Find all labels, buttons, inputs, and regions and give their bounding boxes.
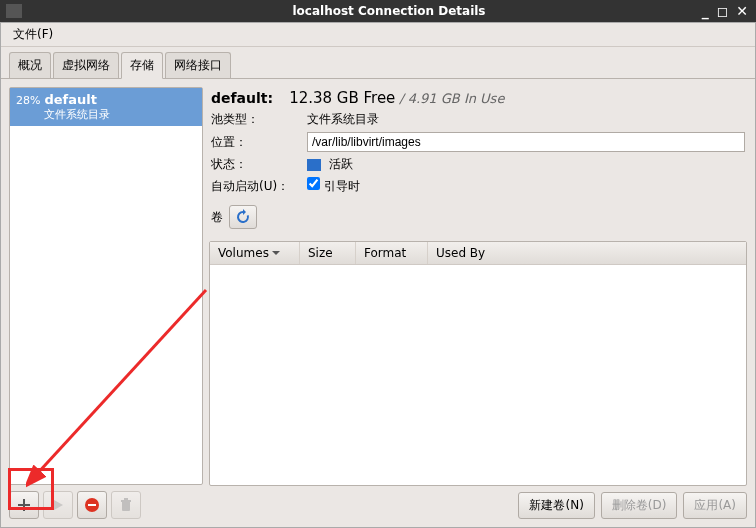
app-icon	[6, 4, 22, 18]
window-body: 文件(F) 概况 虚拟网络 存储 网络接口 28% default 文件系统目录	[0, 22, 756, 528]
autostart-checkbox-label[interactable]: 引导时	[307, 177, 360, 195]
left-panel: 28% default 文件系统目录	[9, 87, 203, 519]
label-location: 位置：	[211, 134, 307, 151]
col-usedby[interactable]: Used By	[428, 242, 746, 264]
autostart-checkbox[interactable]	[307, 177, 320, 190]
stop-icon	[84, 497, 100, 513]
plus-icon	[17, 498, 31, 512]
pool-usage-percent: 28%	[16, 94, 40, 107]
menu-file[interactable]: 文件(F)	[7, 24, 59, 45]
refresh-icon	[235, 209, 251, 225]
pool-item-default[interactable]: 28% default 文件系统目录	[10, 88, 202, 126]
titlebar: localhost Connection Details _ ◻ ✕	[0, 0, 756, 22]
label-autostart: 自动启动(U)：	[211, 178, 307, 195]
minimize-icon[interactable]: _	[702, 3, 709, 19]
pool-text: default 文件系统目录	[44, 92, 110, 122]
volumes-table-header: Volumes Size Format Used By	[210, 242, 746, 265]
value-pooltype: 文件系统目录	[307, 111, 379, 128]
pool-type: 文件系统目录	[44, 107, 110, 122]
refresh-volumes-button[interactable]	[229, 205, 257, 229]
content-area: 28% default 文件系统目录	[1, 79, 755, 527]
details-pool-name: default:	[211, 90, 273, 106]
pool-toolbar	[9, 485, 203, 519]
apply-button[interactable]: 应用(A)	[683, 492, 747, 519]
close-icon[interactable]: ✕	[736, 3, 748, 19]
chevron-down-icon	[272, 249, 280, 257]
tab-storage[interactable]: 存储	[121, 52, 163, 79]
svg-rect-1	[88, 504, 96, 506]
tab-virtual-network[interactable]: 虚拟网络	[53, 52, 119, 78]
pool-details: default: 12.38 GB Free / 4.91 GB In Use …	[209, 87, 747, 235]
tab-overview[interactable]: 概况	[9, 52, 51, 78]
delete-pool-button[interactable]	[111, 491, 141, 519]
tabbar: 概况 虚拟网络 存储 网络接口	[1, 47, 755, 79]
menubar: 文件(F)	[1, 23, 755, 47]
maximize-icon[interactable]: ◻	[717, 3, 729, 19]
window-title: localhost Connection Details	[28, 4, 750, 18]
trash-icon	[119, 498, 133, 512]
pool-name: default	[44, 92, 96, 107]
col-format[interactable]: Format	[356, 242, 428, 264]
tab-network-interface[interactable]: 网络接口	[165, 52, 231, 78]
details-inuse: / 4.91 GB In Use	[399, 91, 504, 106]
volumes-table-body	[210, 265, 746, 485]
right-panel: default: 12.38 GB Free / 4.91 GB In Use …	[209, 87, 747, 519]
state-value: 活跃	[307, 156, 353, 173]
col-size[interactable]: Size	[300, 242, 356, 264]
col-volumes[interactable]: Volumes	[210, 242, 300, 264]
details-free: 12.38 GB Free	[289, 89, 395, 107]
storage-pool-list[interactable]: 28% default 文件系统目录	[9, 87, 203, 485]
volume-action-buttons: 新建卷(N) 删除卷(D) 应用(A)	[209, 486, 747, 519]
add-pool-button[interactable]	[9, 491, 39, 519]
volumes-label: 卷	[211, 209, 223, 226]
location-input[interactable]	[307, 132, 745, 152]
volumes-table[interactable]: Volumes Size Format Used By	[209, 241, 747, 486]
start-pool-button[interactable]	[43, 491, 73, 519]
new-volume-button[interactable]: 新建卷(N)	[518, 492, 594, 519]
details-header: default: 12.38 GB Free / 4.91 GB In Use	[211, 89, 745, 107]
delete-volume-button[interactable]: 删除卷(D)	[601, 492, 678, 519]
active-state-icon	[307, 159, 321, 171]
label-state: 状态：	[211, 156, 307, 173]
stop-pool-button[interactable]	[77, 491, 107, 519]
label-pooltype: 池类型：	[211, 111, 307, 128]
play-icon	[52, 499, 64, 511]
